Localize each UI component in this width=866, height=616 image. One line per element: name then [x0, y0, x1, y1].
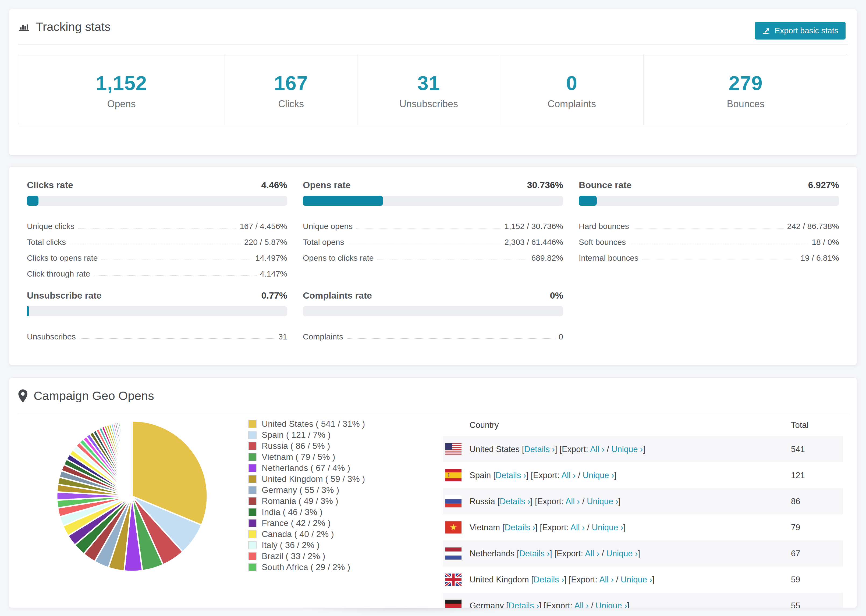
dotted-leader	[377, 259, 528, 260]
export-unique-link[interactable]: Unique ›	[596, 601, 627, 608]
stat-row-value: 31	[279, 332, 287, 343]
export-all-link[interactable]: All ›	[590, 445, 604, 454]
legend-item-vietnam: Vietnam ( 79 / 5% )	[248, 451, 365, 462]
export-all-link[interactable]: All ›	[565, 497, 580, 506]
country-name: Spain	[469, 471, 491, 480]
country-name: Vietnam	[469, 523, 500, 532]
germany-flag-icon	[445, 600, 462, 608]
table-row-united-kingdom: United Kingdom [Details ›] [Export: All …	[443, 567, 843, 592]
dotted-leader	[630, 244, 808, 244]
slash-separator: /	[604, 445, 611, 454]
export-all-link[interactable]: All ›	[570, 523, 585, 532]
bracket-open: [	[515, 549, 519, 558]
export-unique-link[interactable]: Unique ›	[611, 445, 643, 454]
country-cell: United States [Details ›] [Export: All ›…	[469, 445, 791, 454]
country-cell: Spain [Details ›] [Export: All › / Uniqu…	[469, 471, 791, 480]
stat-row-total-clicks: Total clicks220 / 5.87%	[27, 233, 287, 248]
legend-label: Vietnam ( 79 / 5% )	[262, 452, 335, 462]
export-unique-link[interactable]: Unique ›	[587, 497, 618, 506]
geo-section-title: Campaign Geo Opens	[18, 389, 154, 403]
slash-separator: /	[585, 523, 592, 532]
progress-bar-bounce-rate	[579, 196, 839, 206]
country-name: United Kingdom	[469, 575, 529, 584]
stat-row-total-opens: Total opens2,303 / 61.446%	[303, 233, 563, 248]
legend-swatch	[248, 420, 257, 428]
rate-group-clicks-rate: Clicks rate4.46%Unique clicks167 / 4.456…	[27, 180, 287, 280]
rate-group-opens-rate: Opens rate30.736%Unique opens1,152 / 30.…	[303, 180, 563, 280]
pie-slice-other-44[interactable]	[132, 421, 132, 496]
legend-item-india: India ( 46 / 3% )	[248, 507, 365, 518]
rate-group-title: Bounce rate	[579, 180, 808, 190]
details-link[interactable]: Details ›	[519, 549, 550, 558]
stat-row-label: Click through rate	[27, 269, 90, 280]
legend-swatch	[248, 464, 257, 472]
stat-row-complaints: Complaints0	[303, 327, 563, 343]
stat-row-value: 19 / 6.81%	[801, 253, 839, 264]
stat-row-value: 1,152 / 30.736%	[504, 222, 563, 233]
details-link[interactable]: Details ›	[524, 445, 555, 454]
rate-group-title: Clicks rate	[27, 180, 261, 190]
legend-label: Spain ( 121 / 7% )	[262, 430, 331, 440]
rate-group-bounce-rate: Bounce rate6.927%Hard bounces242 / 86.73…	[579, 180, 839, 280]
country-cell: Vietnam [Details ›] [Export: All › / Uni…	[469, 523, 791, 533]
page-title: Tracking stats	[18, 20, 110, 34]
slash-separator: /	[589, 601, 596, 608]
stat-row-value: 18 / 0%	[812, 237, 839, 248]
tracking-card-header: Tracking stats Export basic stats	[18, 9, 848, 45]
pie-legend: United States ( 541 / 31% )Spain ( 121 /…	[248, 418, 365, 573]
united-states-flag-icon	[445, 443, 462, 455]
total-value: 55	[791, 601, 843, 608]
rates-grid: Clicks rate4.46%Unique clicks167 / 4.456…	[27, 180, 839, 343]
rate-group-complaints-rate: Complaints rate0%Complaints0	[303, 290, 563, 343]
bracket-open: [	[495, 497, 500, 506]
stat-cell-opens: 1,152Opens	[18, 54, 225, 125]
details-link[interactable]: Details ›	[509, 601, 539, 608]
progress-fill	[27, 306, 29, 316]
export-unique-link[interactable]: Unique ›	[592, 523, 623, 532]
legend-swatch	[248, 475, 257, 483]
stat-cell-complaints: 0Complaints	[500, 54, 644, 125]
legend-item-united-states: United States ( 541 / 31% )	[248, 418, 365, 429]
country-name: Russia	[469, 497, 495, 506]
export-all-link[interactable]: All ›	[599, 575, 614, 584]
details-link[interactable]: Details ›	[505, 523, 535, 532]
dotted-leader	[347, 338, 555, 339]
export-all-link[interactable]: All ›	[561, 471, 576, 480]
export-unique-link[interactable]: Unique ›	[621, 575, 652, 584]
details-link[interactable]: Details ›	[534, 575, 564, 584]
russia-flag-icon	[445, 495, 462, 508]
stat-row-label: Clicks to opens rate	[27, 253, 98, 264]
slash-separator: /	[576, 471, 583, 480]
details-link[interactable]: Details ›	[500, 497, 531, 506]
export-unique-link[interactable]: Unique ›	[583, 471, 614, 480]
bracket-open: [	[520, 445, 524, 454]
export-all-link[interactable]: All ›	[574, 601, 589, 608]
table-row-united-states: United States [Details ›] [Export: All ›…	[443, 436, 843, 462]
legend-item-spain: Spain ( 121 / 7% )	[248, 429, 365, 440]
rate-group-header: Clicks rate4.46%	[27, 180, 287, 190]
rate-group-header: Opens rate30.736%	[303, 180, 563, 190]
details-link[interactable]: Details ›	[496, 471, 526, 480]
legend-label: United States ( 541 / 31% )	[262, 419, 365, 429]
legend-swatch	[248, 530, 257, 538]
geo-opens-table: CountryTotalUnited States [Details ›] [E…	[443, 414, 843, 608]
legend-label: Russia ( 86 / 5% )	[262, 441, 330, 451]
rate-group-value: 0%	[550, 290, 563, 301]
bracket-open: [	[504, 601, 508, 608]
page-title-text: Tracking stats	[36, 20, 110, 34]
stat-row-opens-to-clicks-rate: Opens to clicks rate689.82%	[303, 248, 563, 264]
country-name: United States	[469, 445, 520, 454]
dotted-leader	[356, 228, 501, 228]
table-row-germany: Germany [Details ›] [Export: All › / Uni…	[443, 592, 843, 608]
slash-separator: /	[580, 497, 587, 506]
export-basic-stats-button[interactable]: Export basic stats	[755, 22, 846, 39]
stat-row-soft-bounces: Soft bounces18 / 0%	[579, 233, 839, 248]
campaign-geo-opens-card: Campaign Geo Opens United States ( 541 /…	[9, 378, 857, 608]
export-all-link[interactable]: All ›	[585, 549, 599, 558]
bracket-close: ]	[638, 549, 640, 558]
vietnam-flag-icon	[445, 522, 462, 533]
legend-swatch	[248, 519, 257, 527]
export-unique-link[interactable]: Unique ›	[606, 549, 638, 558]
rate-group-header: Bounce rate6.927%	[579, 180, 839, 190]
country-name: Netherlands	[469, 549, 515, 558]
